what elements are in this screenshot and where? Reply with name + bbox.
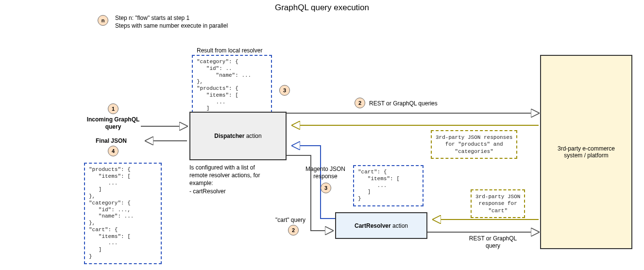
rest-bottom-label: REST or GraphQL query — [464, 235, 522, 250]
diagram-canvas: GraphQL query execution n Step n: "flow"… — [0, 0, 644, 270]
final-json-label: Final JSON — [96, 137, 127, 145]
cart-query-label: "cart" query — [275, 217, 305, 224]
step-badge-2-cart: 2 — [288, 225, 299, 236]
cart-json-box: "cart": { "items": [ ... ] } — [353, 165, 424, 206]
legend-line1: Step n: "flow" starts at step 1 — [115, 15, 189, 21]
cartresolver-box: CartResolver action — [335, 212, 427, 239]
step-badge-4: 4 — [108, 146, 119, 156]
incoming-query-label: Incoming GraphQL query — [86, 116, 140, 131]
legend-line2: Steps with same number execute in parall… — [115, 22, 228, 29]
step-badge-3-local: 3 — [279, 85, 290, 96]
diagram-title: GraphQL query execution — [0, 3, 644, 13]
step-badge-3-magento: 3 — [321, 183, 331, 193]
legend-text: Step n: "flow" starts at step 1 Steps wi… — [115, 15, 228, 30]
response-cart-box: 3rd-party JSON response for "cart" — [471, 189, 525, 218]
response-products-categories-box: 3rd-party JSON responses for "products" … — [431, 130, 517, 159]
cartresolver-label: CartResolver action — [355, 222, 408, 229]
rest-top-label: REST or GraphQL queries — [369, 100, 438, 107]
step-badge-2-rest-top: 2 — [355, 98, 365, 108]
legend-step-badge: n — [98, 15, 108, 26]
third-party-ecommerce-box: 3rd-party e-commerce system / platform — [540, 55, 632, 249]
magento-response-label: Magento JSON response — [301, 166, 350, 180]
dispatcher-box: Dispatcher action — [189, 112, 287, 160]
step-badge-1: 1 — [108, 103, 119, 114]
final-json-box: "products": { "items": [ ... ] }, "categ… — [84, 163, 162, 264]
local-resolver-header: Result from local resolver — [197, 47, 262, 54]
dispatcher-note: Is configured with a list of remote reso… — [189, 164, 260, 195]
dispatcher-label: Dispatcher action — [214, 133, 261, 139]
